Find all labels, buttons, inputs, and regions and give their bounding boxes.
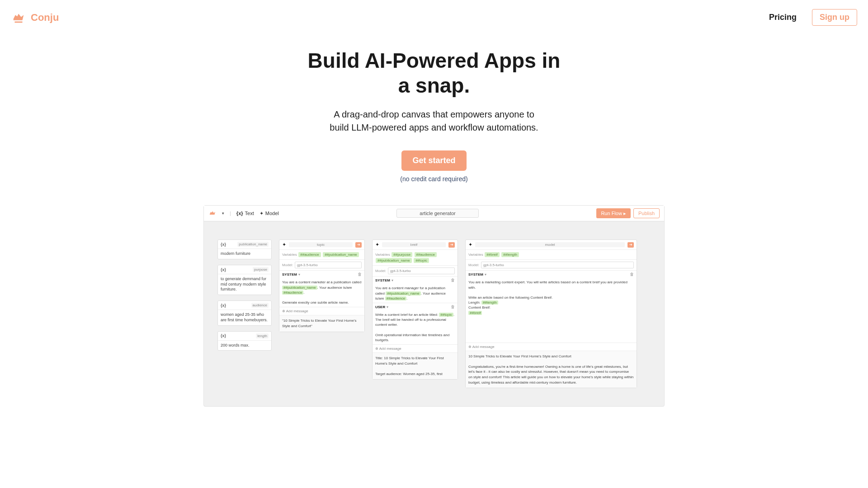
hero-subtitle: A drag-and-drop canvas that empowers any…: [0, 108, 868, 134]
filename-wrap: article generator: [279, 209, 597, 218]
text-tool[interactable]: {x} Text: [236, 211, 254, 216]
toolbar-left: ▾ | {x} Text ✦ Model: [208, 209, 279, 217]
breif-column: ✦ breif ➔ Variables ##purpose ##audience…: [372, 239, 458, 380]
chevron-down-icon[interactable]: ▾: [392, 278, 393, 282]
system-message[interactable]: You are a marketing content expert. You …: [466, 278, 637, 342]
puzzle-icon: ✦: [375, 242, 379, 248]
conju-logo-icon: [11, 10, 26, 25]
var-card-length[interactable]: {x}length 200 words max.: [217, 331, 272, 351]
nav-links: Pricing Sign up: [769, 9, 857, 26]
chevron-down-icon[interactable]: ▾: [387, 305, 388, 309]
block-output: 10 Simple Tricks to Elevate Your First H…: [466, 351, 637, 388]
var-card-publication-name[interactable]: {x}publication_name modern furniture: [217, 239, 272, 259]
block-output: "10 Simple Tricks to Elevate Your First …: [279, 315, 364, 331]
var-card-purpose[interactable]: {x}purpose to generate demmand for mid c…: [217, 265, 272, 295]
model-select[interactable]: gpt-3.5-turbo: [388, 267, 455, 274]
add-message-button[interactable]: ⊕ Add message: [279, 307, 364, 315]
publish-button[interactable]: Publish: [633, 208, 660, 218]
puzzle-icon: ✦: [282, 242, 286, 248]
hero-section: Build AI-Powered Apps in a snap. A drag-…: [0, 48, 868, 183]
run-flow-button[interactable]: Run Flow ▸: [596, 208, 631, 218]
block-output: Title: 10 Simple Tricks to Elevate Your …: [373, 352, 458, 379]
variables-column: {x}publication_name modern furniture {x}…: [217, 239, 272, 351]
cta-group: Get started (no credit card required): [0, 150, 868, 183]
user-message[interactable]: Write a content brief for an article tit…: [373, 310, 458, 344]
app-toolbar: ▾ | {x} Text ✦ Model article generator R…: [204, 206, 664, 221]
block-topic[interactable]: ✦ topic ➔ Variables ##audience ##publica…: [279, 239, 365, 332]
signup-button[interactable]: Sign up: [812, 9, 857, 26]
output-handle-icon[interactable]: ➔: [448, 242, 455, 248]
toolbar-right: Run Flow ▸ Publish: [596, 208, 660, 218]
var-icon: {x}: [221, 333, 226, 338]
model-tool[interactable]: ✦ Model: [259, 211, 279, 216]
block-model[interactable]: ✦ model ➔ Variables ##breif ##length Mod…: [465, 239, 637, 388]
var-icon: {x}: [221, 242, 226, 247]
puzzle-icon: ✦: [468, 242, 472, 248]
var-icon: {x}: [221, 303, 226, 308]
chevron-down-icon[interactable]: ▾: [222, 211, 224, 216]
add-message-button[interactable]: ⊕ Add message: [373, 344, 458, 352]
puzzle-icon: ✦: [259, 211, 264, 216]
model-select[interactable]: gpt-3.5-turbo: [481, 262, 634, 268]
var-icon: {x}: [221, 267, 226, 272]
conju-logo-icon[interactable]: [208, 209, 217, 217]
trash-icon[interactable]: 🗑: [451, 305, 455, 309]
trash-icon[interactable]: 🗑: [358, 272, 362, 277]
pricing-link[interactable]: Pricing: [769, 13, 797, 22]
system-message[interactable]: You are a content manager for a publicat…: [373, 284, 458, 303]
logo[interactable]: Conju: [11, 10, 59, 25]
block-breif[interactable]: ✦ breif ➔ Variables ##purpose ##audience…: [372, 239, 458, 380]
add-message-button[interactable]: ⊕ Add message: [466, 343, 637, 351]
model-column: ✦ model ➔ Variables ##breif ##length Mod…: [465, 239, 637, 388]
get-started-button[interactable]: Get started: [401, 150, 466, 171]
filename-input[interactable]: article generator: [396, 209, 479, 218]
model-select[interactable]: gpt-3.5-turbo: [295, 262, 362, 268]
trash-icon[interactable]: 🗑: [451, 278, 455, 282]
site-header: Conju Pricing Sign up: [0, 0, 868, 35]
app-screenshot: ▾ | {x} Text ✦ Model article generator R…: [203, 205, 665, 407]
canvas[interactable]: {x}publication_name modern furniture {x}…: [204, 221, 664, 406]
chevron-down-icon[interactable]: ▾: [485, 272, 486, 277]
output-handle-icon[interactable]: ➔: [355, 242, 362, 248]
system-message[interactable]: You are a content marketer at a publicat…: [279, 278, 364, 307]
hero-title: Build AI-Powered Apps in a snap.: [0, 48, 868, 98]
cta-note: (no credit card required): [400, 175, 467, 183]
var-card-audience[interactable]: {x}audience women aged 25-35 who are fir…: [217, 300, 272, 325]
topic-column: ✦ topic ➔ Variables ##audience ##publica…: [279, 239, 365, 332]
brand-name: Conju: [31, 12, 59, 23]
trash-icon[interactable]: 🗑: [630, 272, 634, 277]
output-handle-icon[interactable]: ➔: [627, 242, 634, 248]
chevron-down-icon[interactable]: ▾: [298, 272, 300, 277]
